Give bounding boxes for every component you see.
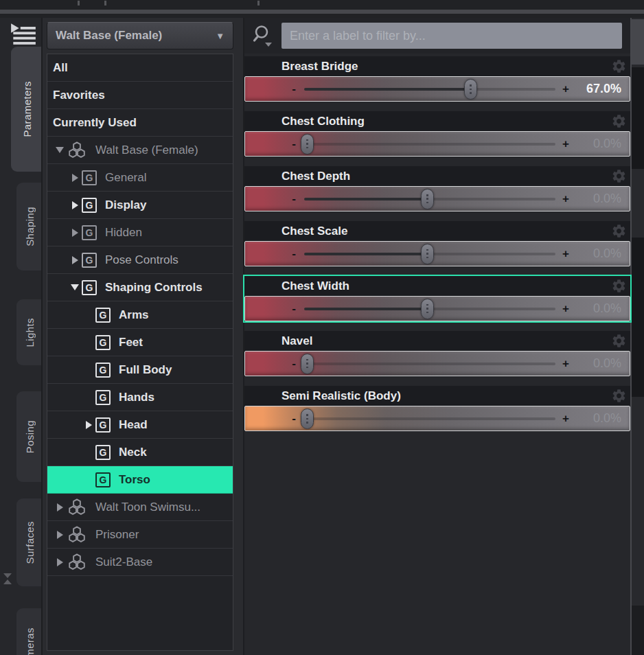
- chevron-down-icon: ▼: [216, 31, 225, 41]
- tree-item-label: General: [105, 171, 146, 185]
- tree-item-walt-base-female[interactable]: Walt Base (Female): [47, 137, 233, 164]
- decrement-button[interactable]: -: [288, 137, 300, 151]
- slider-thumb[interactable]: [301, 354, 314, 374]
- tree-item-torso[interactable]: G Torso: [47, 466, 233, 494]
- decrement-button[interactable]: -: [288, 192, 300, 206]
- parameter-value[interactable]: 0.0%: [572, 301, 630, 316]
- tree-item-full-body[interactable]: G Full Body: [47, 356, 233, 384]
- expand-arrow-icon[interactable]: [68, 201, 82, 209]
- tree-item-label: Walt Toon Swimsu...: [95, 501, 200, 514]
- parameter-slider[interactable]: - + 0.0%: [244, 131, 630, 157]
- slider-track[interactable]: [304, 242, 555, 266]
- parameter-value[interactable]: 0.0%: [572, 192, 630, 206]
- parameter-value[interactable]: 0.0%: [572, 356, 630, 371]
- expand-arrow-icon[interactable]: [68, 174, 82, 182]
- tree-item-all[interactable]: All: [47, 54, 233, 82]
- parameter-slider[interactable]: - + 0.0%: [244, 406, 630, 431]
- scroll-up-icon: [3, 579, 12, 584]
- gear-icon[interactable]: [611, 333, 628, 349]
- tab-lights[interactable]: Lights: [16, 299, 43, 365]
- tree-item-head[interactable]: G Head: [47, 411, 233, 439]
- tab-parameters[interactable]: Parameters: [11, 47, 43, 172]
- increment-button[interactable]: +: [560, 82, 572, 96]
- tab-surfaces[interactable]: Surfaces: [16, 498, 43, 586]
- increment-button[interactable]: +: [560, 412, 572, 426]
- parameter-slider[interactable]: - + 0.0%: [244, 241, 630, 266]
- expand-arrow-icon[interactable]: [53, 531, 67, 539]
- slider-track[interactable]: [304, 77, 555, 101]
- parameter-value[interactable]: 0.0%: [572, 137, 630, 151]
- tree-item-prisoner[interactable]: Prisoner: [47, 521, 233, 549]
- increment-button[interactable]: +: [560, 247, 572, 261]
- expand-arrow-icon[interactable]: [53, 147, 67, 153]
- slider-track[interactable]: [304, 297, 555, 321]
- gear-icon[interactable]: [611, 278, 628, 295]
- tab-cameras[interactable]: Cameras: [16, 608, 43, 655]
- increment-button[interactable]: +: [560, 357, 572, 371]
- tree-item-display[interactable]: G Display: [47, 192, 233, 219]
- tree-item-walt-toon-swimsu[interactable]: Walt Toon Swimsu...: [47, 494, 233, 521]
- parameter-slider[interactable]: - + 0.0%: [244, 296, 630, 321]
- gear-icon[interactable]: [611, 168, 628, 185]
- decrement-button[interactable]: -: [288, 357, 300, 371]
- parameter-breast-bridge: Breast Bridge - + 67.0%: [244, 56, 630, 102]
- decrement-button[interactable]: -: [288, 302, 300, 316]
- tree-item-hidden[interactable]: G Hidden: [47, 219, 233, 246]
- tree-item-pose-controls[interactable]: G Pose Controls: [47, 246, 233, 274]
- tree-item-neck[interactable]: G Neck: [47, 439, 233, 466]
- gear-icon[interactable]: [611, 113, 628, 130]
- search-filter-menu-button[interactable]: [247, 21, 281, 51]
- tree-item-general[interactable]: G General: [47, 164, 233, 192]
- parameter-value[interactable]: 0.0%: [572, 246, 630, 261]
- increment-button[interactable]: +: [560, 302, 572, 316]
- tree-item-label: All: [53, 61, 68, 75]
- slider-track[interactable]: [304, 187, 555, 211]
- slider-track[interactable]: [304, 406, 555, 430]
- tree-item-shaping-controls[interactable]: G Shaping Controls: [47, 274, 233, 301]
- slider-track[interactable]: [304, 132, 555, 156]
- tree-item-currently-used[interactable]: Currently Used: [47, 109, 233, 137]
- expand-arrow-icon[interactable]: [68, 256, 82, 264]
- slider-thumb[interactable]: [301, 409, 314, 429]
- expand-arrow-icon[interactable]: [68, 229, 82, 237]
- figure-icon: [67, 553, 87, 571]
- chevron-down-icon: [265, 43, 272, 47]
- gear-icon[interactable]: [611, 388, 628, 404]
- figure-icon: [67, 141, 87, 159]
- parameter-value[interactable]: 0.0%: [572, 411, 630, 426]
- tree-item-feet[interactable]: G Feet: [47, 329, 233, 356]
- gear-icon[interactable]: [611, 58, 628, 75]
- decrement-button[interactable]: -: [288, 247, 300, 261]
- expand-arrow-icon[interactable]: [68, 284, 82, 290]
- tree-item-arms[interactable]: G Arms: [47, 301, 233, 329]
- tree-item-hands[interactable]: G Hands: [47, 384, 233, 411]
- slider-thumb[interactable]: [464, 79, 477, 100]
- slider-thumb[interactable]: [421, 299, 434, 319]
- figure-scope-dropdown[interactable]: Walt Base (Female) ▼: [47, 22, 233, 49]
- parameter-chest-clothing: Chest Clothing - + 0.0%: [244, 111, 630, 157]
- parameter-value[interactable]: 67.0%: [572, 82, 630, 96]
- tree-item-suit2-base[interactable]: Suit2-Base: [47, 549, 233, 576]
- tab-scroll-indicator[interactable]: [2, 573, 13, 585]
- filter-input[interactable]: [281, 23, 622, 49]
- tab-posing[interactable]: Posing: [16, 391, 43, 482]
- expand-arrow-icon[interactable]: [53, 558, 67, 566]
- tree-item-favorites[interactable]: Favorites: [47, 82, 233, 109]
- increment-button[interactable]: +: [560, 192, 572, 206]
- slider-thumb[interactable]: [421, 189, 434, 209]
- slider-track[interactable]: [304, 352, 555, 376]
- expand-arrow-icon[interactable]: [82, 421, 95, 429]
- gear-icon[interactable]: [611, 223, 628, 240]
- slider-thumb[interactable]: [421, 244, 434, 264]
- expand-arrow-icon[interactable]: [53, 503, 67, 512]
- decrement-button[interactable]: -: [288, 412, 300, 426]
- tree-item-label: Torso: [119, 473, 150, 487]
- parameter-slider[interactable]: - + 0.0%: [244, 186, 630, 211]
- parameter-slider[interactable]: - + 67.0%: [244, 76, 630, 102]
- increment-button[interactable]: +: [560, 137, 572, 151]
- slider-thumb[interactable]: [301, 134, 314, 154]
- decrement-button[interactable]: -: [288, 82, 300, 96]
- parameter-slider[interactable]: - + 0.0%: [244, 351, 630, 376]
- tab-shaping[interactable]: Shaping: [16, 183, 43, 271]
- group-icon: G: [82, 198, 97, 213]
